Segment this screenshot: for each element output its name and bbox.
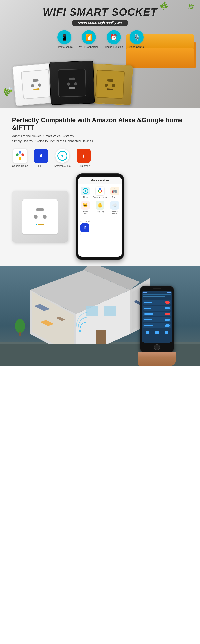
ifttt-label: IFTTT <box>38 164 45 168</box>
remote-control-label: Remote control <box>56 45 73 48</box>
smarthome-section <box>0 266 200 366</box>
phone-service-alexa: Alexa <box>80 186 90 198</box>
tree-1 <box>15 319 25 333</box>
rokid-icon: 🤖 <box>112 188 117 194</box>
socket-gold-face <box>95 70 125 99</box>
door <box>96 330 106 346</box>
brand-tuya: t Tuya smart <box>77 149 91 168</box>
phone-screen: More services Alexa <box>78 177 122 257</box>
socket-black <box>49 60 95 105</box>
phone-service-google: GoogleAssistant <box>93 186 107 198</box>
google-dot-red <box>21 154 24 156</box>
socket-white-face <box>21 69 51 100</box>
alexa-ring-icon <box>57 151 67 161</box>
compat-desc: Adapts to the Newest Smart Voice Systems… <box>12 134 188 144</box>
tmall-icon: 🐱 <box>83 202 88 208</box>
timing-function-icon-circle: ⏰ <box>107 30 121 44</box>
hand-phone-device <box>140 286 174 353</box>
socket-product-image <box>12 191 68 243</box>
dingdong-service-icon: 🔔 <box>96 201 104 210</box>
socket-hole-left-g <box>105 84 108 87</box>
toggle-row-2 <box>143 306 171 310</box>
brand-amazon-alexa: Amazon Alexa <box>54 149 71 168</box>
alexa-dot-icon <box>61 155 63 157</box>
socket-hole-right <box>38 84 41 87</box>
remote-control-icon-circle: 📱 <box>57 30 71 44</box>
socket-holes-bottom-g <box>105 84 115 88</box>
status-battery <box>167 292 171 293</box>
compat-desc-line1: Adapts to the Newest Smart Voice Systems <box>12 134 74 138</box>
socket-product-face <box>22 199 58 235</box>
voice-control-label: Voice Control <box>129 45 144 48</box>
toggle-switch-5 <box>165 324 170 327</box>
phone-service-tmall-label: Tmall Genie <box>80 210 90 215</box>
alexa-mini-ring <box>83 188 88 194</box>
finger-line <box>141 362 173 363</box>
google-service-icon <box>96 186 104 195</box>
socket-holes-bottom-b <box>67 82 77 86</box>
tencent-icon: ☁️ <box>112 202 117 208</box>
product-holes-side <box>34 215 47 219</box>
wifi-center-dot <box>79 330 81 332</box>
socket-showcase <box>4 52 196 104</box>
app-bar-2 <box>143 296 165 297</box>
socket-hole-right-g <box>112 84 115 88</box>
socket-hole-left-b <box>67 82 70 86</box>
brand-ifttt: if IFTTT <box>34 149 48 168</box>
features-row: 📱 Remote control 📶 WIFI Connection ⏰ Tim… <box>4 30 196 48</box>
google-home-label: Google Home <box>12 164 28 168</box>
phone-mockup: More services Alexa <box>76 174 124 260</box>
feature-timing-function: ⏰ Timing Function <box>105 30 123 48</box>
ifttt-logo: if <box>34 149 48 163</box>
g-dot-g <box>98 190 99 192</box>
phone-ifttt-label: IFTTT <box>80 233 120 235</box>
hand-with-phone <box>138 286 176 366</box>
phone-section-label: my sounds <box>78 220 122 223</box>
alexa-logo <box>55 149 69 163</box>
alexa-service-icon <box>81 186 90 195</box>
window-front-2 <box>104 306 116 316</box>
alexa-label: Amazon Alexa <box>54 164 71 168</box>
phone-service-alexa-label: Alexa <box>83 196 88 198</box>
google-dot-green <box>16 154 19 156</box>
toggle-label-4 <box>144 319 152 320</box>
subtitle-bar: smart home high quality life <box>72 20 128 26</box>
brands-row: Google Home if IFTTT Amazon Alexa t Tuya… <box>12 149 188 168</box>
phone-service-dingdong: 🔔 DingDong <box>93 201 107 215</box>
toggle-switch-1 <box>165 301 170 304</box>
compat-title: Perfectly Compatible with Amazon Alexa &… <box>12 116 188 132</box>
socket-led-b <box>69 87 75 89</box>
hand-shape <box>138 352 176 366</box>
g-dot-b <box>99 188 101 190</box>
phone-service-tmall: 🐱 Tmall Genie <box>80 201 90 215</box>
phone-service-tencent-label: Tencent Xiaow <box>110 210 120 215</box>
phone-service-rokid-label: Rokid <box>112 196 117 198</box>
socket-black-face <box>58 68 87 97</box>
toggle-row-1 <box>143 300 171 305</box>
phone-service-tencent: ☁️ Tencent Xiaow <box>110 201 120 215</box>
product-hole-top <box>36 208 44 211</box>
toggle-label-5 <box>144 325 153 326</box>
google-g-icon <box>15 151 25 161</box>
product-led-row <box>36 224 44 225</box>
status-bar <box>143 292 171 293</box>
google-dot-blue <box>19 151 21 154</box>
bottom-nav <box>143 330 171 334</box>
g-dot-y <box>99 192 101 193</box>
toggle-row-5 <box>143 323 171 328</box>
app-bar-3 <box>143 298 160 298</box>
phone-service-google-label: GoogleAssistant <box>93 196 107 198</box>
tmall-service-icon: 🐱 <box>81 201 90 210</box>
compat-section: Perfectly Compatible with Amazon Alexa &… <box>0 108 200 266</box>
hero-section: 🌿 🌿 🌿 🍃 WIFI SMART SOCKET smart home hig… <box>0 0 200 108</box>
socket-hole-top-b <box>69 77 75 80</box>
alexa-mini-dot <box>85 190 86 192</box>
rokid-service-icon: 🤖 <box>110 186 119 195</box>
feature-voice-control: 🎙️ Voice Control <box>129 30 144 48</box>
phone-notch <box>153 288 161 290</box>
phone-service-rokid: 🤖 Rokid <box>110 186 120 198</box>
phone-home-button <box>154 344 160 350</box>
google-dot-yellow <box>19 157 21 160</box>
nav-icon-2 <box>155 331 159 334</box>
toggle-switch-2 <box>165 307 170 310</box>
